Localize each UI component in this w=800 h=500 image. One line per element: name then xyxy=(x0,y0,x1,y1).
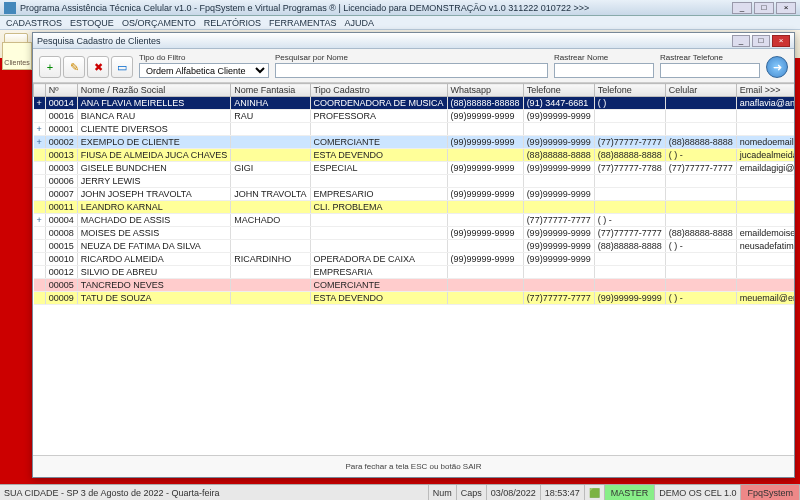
cell: (88)88888-8888 xyxy=(594,149,665,162)
search-close-button[interactable]: × xyxy=(772,35,790,47)
status-time: 18:53:47 xyxy=(541,485,585,500)
table-row[interactable]: 00006JERRY LEWIS xyxy=(34,175,795,188)
status-date: 03/08/2022 xyxy=(487,485,541,500)
table-row[interactable]: 00010RICARDO ALMEIDARICARDINHOOPERADORA … xyxy=(34,253,795,266)
cell: ESTA DEVENDO xyxy=(310,149,447,162)
column-header[interactable]: Email >>> xyxy=(736,84,794,97)
expand-icon[interactable] xyxy=(34,162,46,175)
table-row[interactable]: 00007JOHN JOSEPH TRAVOLTAJOHN TRAVOLTAEM… xyxy=(34,188,795,201)
search-titlebar: Pesquisa Cadastro de Clientes _ □ × xyxy=(33,33,794,49)
cell: FIUSA DE ALMEIDA JUCA CHAVES xyxy=(77,149,230,162)
expand-icon[interactable] xyxy=(34,110,46,123)
cell: ( ) - xyxy=(665,292,736,305)
table-row[interactable]: +00001CLIENTE DIVERSOS xyxy=(34,123,795,136)
table-row[interactable]: 00013FIUSA DE ALMEIDA JUCA CHAVESESTA DE… xyxy=(34,149,795,162)
cell xyxy=(523,266,594,279)
cell: (99)99999-9999 xyxy=(447,136,523,149)
column-header[interactable]: Telefone xyxy=(523,84,594,97)
expand-icon[interactable]: + xyxy=(34,97,46,110)
cell xyxy=(665,110,736,123)
expand-icon[interactable] xyxy=(34,175,46,188)
window-controls: _ □ × xyxy=(732,2,796,14)
table-row[interactable]: 00011LEANDRO KARNALCLI. PROBLEMA xyxy=(34,201,795,214)
cell xyxy=(665,253,736,266)
cell: ( ) - xyxy=(665,240,736,253)
search-window: Pesquisa Cadastro de Clientes _ □ × + ✎ … xyxy=(32,32,795,478)
minimize-button[interactable]: _ xyxy=(732,2,752,14)
expand-icon[interactable] xyxy=(34,149,46,162)
menu-os-orcamento[interactable]: OS/ORÇAMENTO xyxy=(122,18,196,28)
track-name-input[interactable] xyxy=(554,63,654,78)
column-header[interactable]: Nº xyxy=(45,84,77,97)
expand-icon[interactable] xyxy=(34,266,46,279)
table-row[interactable]: +00014ANA FLAVIA MEIRELLESANINHACOORDENA… xyxy=(34,97,795,110)
table-row[interactable]: 00016BIANCA RAURAUPROFESSORA(99)99999-99… xyxy=(34,110,795,123)
filter-type-select[interactable]: Ordem Alfabetica Cliente xyxy=(139,63,269,78)
column-header[interactable]: Celular xyxy=(665,84,736,97)
expand-icon[interactable] xyxy=(34,279,46,292)
table-row[interactable]: 00005TANCREDO NEVESCOMERCIANTE xyxy=(34,279,795,292)
expand-icon[interactable] xyxy=(34,292,46,305)
cell: JOHN JOSEPH TRAVOLTA xyxy=(77,188,230,201)
expand-icon[interactable] xyxy=(34,188,46,201)
expand-icon[interactable]: + xyxy=(34,136,46,149)
expand-icon[interactable] xyxy=(34,201,46,214)
tab-clientes[interactable]: Clientes xyxy=(2,42,32,70)
cell xyxy=(231,227,310,240)
cell: COMERCIANTE xyxy=(310,279,447,292)
expand-icon[interactable] xyxy=(34,240,46,253)
cell: 00014 xyxy=(45,97,77,110)
cell: JOHN TRAVOLTA xyxy=(231,188,310,201)
table-row[interactable]: +00004MACHADO DE ASSISMACHADO(77)77777-7… xyxy=(34,214,795,227)
track-phone-input[interactable] xyxy=(660,63,760,78)
cell: (99)99999-9999 xyxy=(523,110,594,123)
search-go-button[interactable]: ➜ xyxy=(766,56,788,78)
menu-relatorios[interactable]: RELATÓRIOS xyxy=(204,18,261,28)
cell: 00016 xyxy=(45,110,77,123)
maximize-button[interactable]: □ xyxy=(754,2,774,14)
table-row[interactable]: 00008MOISES DE ASSIS(99)99999-9999(99)99… xyxy=(34,227,795,240)
column-header[interactable]: Nome / Razão Social xyxy=(77,84,230,97)
cell: CLI. PROBLEMA xyxy=(310,201,447,214)
menu-ajuda[interactable]: AJUDA xyxy=(344,18,374,28)
column-header[interactable] xyxy=(34,84,46,97)
cell xyxy=(736,279,794,292)
menubar: CADASTROS ESTOQUE OS/ORÇAMENTO RELATÓRIO… xyxy=(0,16,800,30)
column-header[interactable]: Tipo Cadastro xyxy=(310,84,447,97)
cell xyxy=(594,279,665,292)
add-button[interactable]: + xyxy=(39,56,61,78)
cell: RICARDO ALMEIDA xyxy=(77,253,230,266)
cell: 00006 xyxy=(45,175,77,188)
cell: (88)88888-8888 xyxy=(665,227,736,240)
cell: (77)77777-7777 xyxy=(594,227,665,240)
edit-button[interactable]: ✎ xyxy=(63,56,85,78)
expand-icon[interactable] xyxy=(34,253,46,266)
menu-ferramentas[interactable]: FERRAMENTAS xyxy=(269,18,336,28)
search-name-input[interactable] xyxy=(275,63,548,78)
table-row[interactable]: +00002EXEMPLO DE CLIENTECOMERCIANTE(99)9… xyxy=(34,136,795,149)
menu-cadastros[interactable]: CADASTROS xyxy=(6,18,62,28)
column-header[interactable]: Nome Fantasia xyxy=(231,84,310,97)
cell: (99)99999-9999 xyxy=(523,188,594,201)
table-row[interactable]: 00012SILVIO DE ABREUEMPRESARIA xyxy=(34,266,795,279)
cell xyxy=(447,279,523,292)
column-header[interactable]: Telefone xyxy=(594,84,665,97)
table-row[interactable]: 00003GISELE BUNDCHENGIGIESPECIAL(99)9999… xyxy=(34,162,795,175)
table-row[interactable]: 00015NEUZA DE FATIMA DA SILVA(99)99999-9… xyxy=(34,240,795,253)
delete-button[interactable]: ✖ xyxy=(87,56,109,78)
results-grid[interactable]: NºNome / Razão SocialNome FantasiaTipo C… xyxy=(33,83,794,455)
table-row[interactable]: 00009TATU DE SOUZAESTA DEVENDO(77)77777-… xyxy=(34,292,795,305)
search-maximize-button[interactable]: □ xyxy=(752,35,770,47)
expand-icon[interactable]: + xyxy=(34,123,46,136)
expand-icon[interactable] xyxy=(34,227,46,240)
expand-icon[interactable]: + xyxy=(34,214,46,227)
menu-estoque[interactable]: ESTOQUE xyxy=(70,18,114,28)
cell xyxy=(665,266,736,279)
cell: 00011 xyxy=(45,201,77,214)
column-header[interactable]: Whatsapp xyxy=(447,84,523,97)
search-minimize-button[interactable]: _ xyxy=(732,35,750,47)
export-button[interactable]: ▭ xyxy=(111,56,133,78)
cell xyxy=(594,175,665,188)
close-button[interactable]: × xyxy=(776,2,796,14)
cell: TATU DE SOUZA xyxy=(77,292,230,305)
